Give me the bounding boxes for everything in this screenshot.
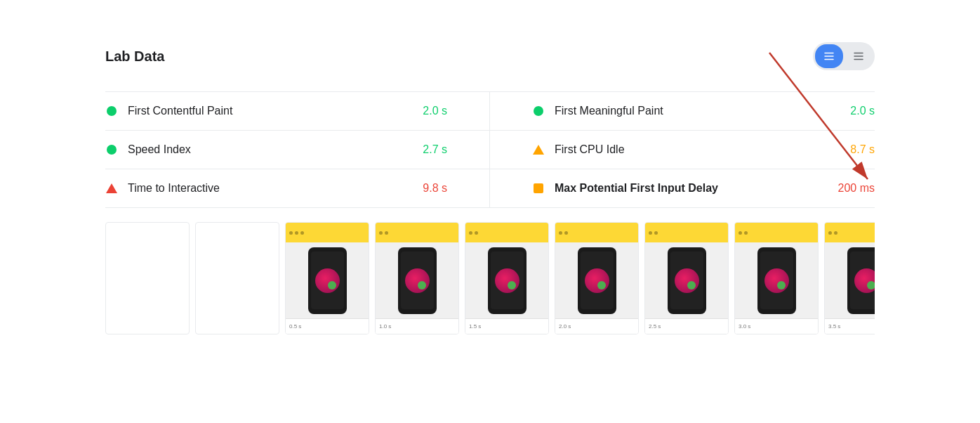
metric-value: 2.0 s — [423, 105, 447, 117]
svg-rect-4 — [854, 56, 863, 57]
metric-label: Speed Index — [128, 143, 423, 156]
metric-max-potential-fid: Max Potential First Input Delay 200 ms — [490, 169, 875, 208]
metric-label: Time to Interactive — [128, 182, 423, 195]
filmstrip-frame: 1.5 s — [465, 222, 549, 334]
metric-value: 9.8 s — [423, 182, 447, 195]
metric-label: Max Potential First Input Delay — [555, 182, 838, 195]
orange-square-icon — [532, 182, 545, 195]
svg-rect-5 — [854, 59, 863, 60]
svg-rect-3 — [854, 53, 863, 54]
filmstrip-frame: 3.0 s — [734, 222, 819, 334]
metric-value: 2.0 s — [850, 105, 875, 117]
filmstrip-frame: 1.0 s — [375, 222, 459, 334]
metric-speed-index: Speed Index 2.7 s — [105, 131, 490, 169]
orange-triangle-icon — [532, 143, 545, 156]
list-view-button[interactable] — [815, 44, 843, 68]
metric-time-to-interactive: Time to Interactive 9.8 s — [105, 169, 490, 208]
green-circle-icon — [105, 143, 118, 156]
metric-label: First Contentful Paint — [128, 105, 423, 117]
svg-rect-1 — [824, 56, 834, 57]
green-circle-icon — [532, 105, 545, 117]
metric-first-meaningful-paint: First Meaningful Paint 2.0 s — [490, 92, 875, 131]
grid-view-button[interactable] — [845, 44, 873, 68]
filmstrip-frame — [105, 222, 190, 334]
green-circle-icon — [105, 105, 118, 117]
metric-value: 2.7 s — [423, 143, 447, 156]
metric-value: 200 ms — [838, 182, 875, 195]
view-toggle — [813, 42, 875, 70]
metric-value: 8.7 s — [850, 143, 875, 156]
filmstrip-frame: 0.5 s — [285, 222, 369, 334]
metric-label: First Meaningful Paint — [555, 105, 850, 117]
filmstrip-frame: 2.0 s — [555, 222, 639, 334]
section-title: Lab Data — [105, 48, 164, 65]
filmstrip-frame — [195, 222, 279, 334]
filmstrip: 0.5 s 1.0 s 1.5 s 2.0 s — [105, 222, 875, 334]
svg-rect-2 — [824, 59, 834, 60]
metric-label: First CPU Idle — [555, 143, 850, 156]
filmstrip-frame: 3.5 s — [824, 222, 875, 334]
metric-first-cpu-idle: First CPU Idle 8.7 s — [490, 131, 875, 169]
red-triangle-icon — [105, 182, 118, 195]
svg-rect-0 — [824, 53, 834, 54]
filmstrip-frame: 2.5 s — [644, 222, 729, 334]
metrics-grid: First Contentful Paint 2.0 s First Meani… — [105, 91, 875, 208]
metric-first-contentful-paint: First Contentful Paint 2.0 s — [105, 92, 490, 131]
